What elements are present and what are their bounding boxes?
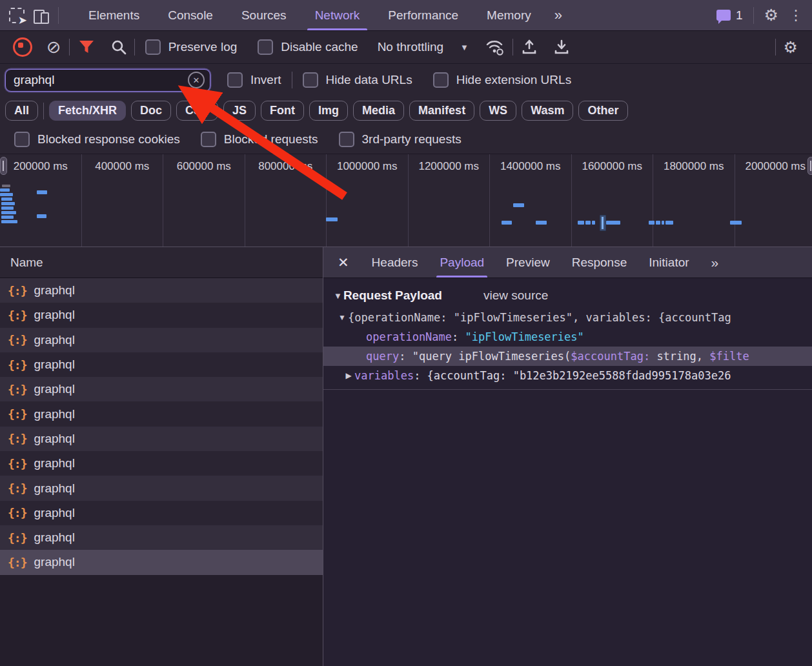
close-details-icon[interactable]: ✕ xyxy=(323,255,361,270)
waterfall-request-mark[interactable] xyxy=(37,214,46,218)
import-har-icon[interactable] xyxy=(521,39,538,56)
search-icon[interactable] xyxy=(111,39,127,55)
more-tabs-button[interactable]: » xyxy=(545,7,573,24)
waterfall-request-mark[interactable] xyxy=(592,221,595,225)
payload-line[interactable]: ▼{operationName: "ipFlowTimeseries", var… xyxy=(323,308,812,327)
request-row[interactable]: {:}graphql xyxy=(0,401,323,426)
checkbox-3rd-party-requests[interactable]: 3rd-party requests xyxy=(339,132,462,147)
waterfall-request-mark[interactable] xyxy=(37,190,47,194)
details-tab-response[interactable]: Response xyxy=(561,247,638,278)
clear-filter-icon[interactable]: ✕ xyxy=(188,72,205,88)
export-har-icon[interactable] xyxy=(553,39,570,56)
checkbox-box[interactable] xyxy=(303,72,318,88)
payload-line[interactable]: ▶variables: {accountTag: "b12e3b2192ee55… xyxy=(323,366,812,385)
tab-memory[interactable]: Memory xyxy=(472,0,545,30)
kebab-menu-icon[interactable]: ⋮ xyxy=(789,8,803,23)
waterfall-request-mark[interactable] xyxy=(1,220,17,223)
record-network-log-button[interactable] xyxy=(13,37,32,57)
checkbox-box[interactable] xyxy=(258,39,273,55)
request-row[interactable]: {:}graphql xyxy=(0,377,323,401)
waterfall-request-mark[interactable] xyxy=(1,197,12,201)
request-row[interactable]: {:}graphql xyxy=(0,476,323,500)
checkbox-blocked-response-cookies[interactable]: Blocked response cookies xyxy=(14,132,180,147)
invert-checkbox[interactable]: Invert xyxy=(227,72,281,88)
details-more-tabs-button[interactable]: » xyxy=(700,247,731,278)
hide-extension-urls-checkbox[interactable]: Hide extension URLs xyxy=(433,72,571,88)
request-row[interactable]: {:}graphql xyxy=(0,352,323,377)
chip-all[interactable]: All xyxy=(5,101,38,121)
settings-gear-icon[interactable]: ⚙ xyxy=(764,7,778,23)
hide-data-urls-checkbox[interactable]: Hide data URLs xyxy=(303,72,412,88)
details-tab-preview[interactable]: Preview xyxy=(495,247,561,278)
chip-ws[interactable]: WS xyxy=(480,101,516,121)
waterfall-request-mark[interactable] xyxy=(0,193,13,196)
disable-cache-checkbox[interactable]: Disable cache xyxy=(258,39,358,55)
waterfall-request-mark[interactable] xyxy=(1,216,14,219)
overview-left-handle[interactable] xyxy=(0,157,7,175)
chip-other[interactable]: Other xyxy=(578,101,627,121)
network-settings-gear-icon[interactable]: ⚙ xyxy=(784,39,798,56)
request-row[interactable]: {:}graphql xyxy=(0,451,323,476)
tab-elements[interactable]: Elements xyxy=(74,0,154,30)
waterfall-request-mark[interactable] xyxy=(502,221,512,225)
clear-network-log-icon[interactable]: ⊘ xyxy=(46,39,61,56)
checkbox-blocked-requests[interactable]: Blocked requests xyxy=(201,132,318,147)
checkbox-box[interactable] xyxy=(339,132,354,147)
request-row[interactable]: {:}graphql xyxy=(0,278,323,303)
waterfall-request-mark[interactable] xyxy=(0,188,10,192)
checkbox-box[interactable] xyxy=(201,132,216,147)
expand-icon[interactable]: ▶ xyxy=(343,366,354,385)
chip-css[interactable]: CSS xyxy=(176,101,218,121)
network-conditions-icon[interactable] xyxy=(485,39,505,56)
details-tab-headers[interactable]: Headers xyxy=(361,247,429,278)
waterfall-request-mark[interactable] xyxy=(606,221,620,225)
tab-performance[interactable]: Performance xyxy=(374,0,472,30)
request-row[interactable]: {:}graphql xyxy=(0,525,323,550)
waterfall-request-mark[interactable] xyxy=(578,221,584,225)
chip-manifest[interactable]: Manifest xyxy=(409,101,474,121)
throttling-dropdown[interactable]: No throttling ▼ xyxy=(378,40,469,54)
waterfall-request-mark[interactable] xyxy=(2,185,10,187)
view-source-link[interactable]: view source xyxy=(483,288,548,303)
request-row[interactable]: {:}graphql xyxy=(0,427,323,451)
section-collapse-icon[interactable]: ▼ xyxy=(334,291,342,301)
details-tab-initiator[interactable]: Initiator xyxy=(638,247,700,278)
details-tab-payload[interactable]: Payload xyxy=(429,247,495,278)
chip-font[interactable]: Font xyxy=(261,101,304,121)
waterfall-selected-indicator[interactable] xyxy=(600,215,606,231)
payload-line[interactable]: operationName: "ipFlowTimeseries" xyxy=(323,327,812,347)
checkbox-box[interactable] xyxy=(145,39,161,55)
collapse-icon[interactable]: ▼ xyxy=(336,308,348,327)
inspect-element-icon[interactable]: ➤ xyxy=(9,8,25,23)
waterfall-request-mark[interactable] xyxy=(326,217,338,221)
preserve-log-checkbox[interactable]: Preserve log xyxy=(145,39,238,55)
request-row[interactable]: {:}graphql xyxy=(0,501,323,525)
waterfall-request-mark[interactable] xyxy=(730,221,742,225)
chip-wasm[interactable]: Wasm xyxy=(522,101,573,121)
chip-media[interactable]: Media xyxy=(353,101,404,121)
network-overview-timeline[interactable]: 200000 ms400000 ms600000 ms800000 ms1000… xyxy=(0,154,812,247)
waterfall-request-mark[interactable] xyxy=(665,221,673,225)
request-row[interactable]: {:}graphql xyxy=(0,328,323,352)
waterfall-request-mark[interactable] xyxy=(656,221,660,225)
tab-network[interactable]: Network xyxy=(301,0,374,30)
filter-funnel-icon[interactable] xyxy=(79,40,94,54)
checkbox-box[interactable] xyxy=(227,72,243,88)
tab-console[interactable]: Console xyxy=(154,0,227,30)
checkbox-box[interactable] xyxy=(14,132,30,147)
waterfall-request-mark[interactable] xyxy=(1,207,14,210)
console-drawer-messages[interactable]: 1 xyxy=(716,8,743,23)
chip-fetch-xhr[interactable]: Fetch/XHR xyxy=(49,101,126,121)
chip-img[interactable]: Img xyxy=(309,101,348,121)
waterfall-request-mark[interactable] xyxy=(662,221,664,225)
filter-input[interactable] xyxy=(14,73,188,87)
request-row[interactable]: {:}graphql xyxy=(0,303,323,327)
request-row[interactable]: {:}graphql xyxy=(0,550,323,574)
overview-right-handle[interactable] xyxy=(807,157,812,175)
chip-js[interactable]: JS xyxy=(223,101,256,121)
waterfall-request-mark[interactable] xyxy=(1,211,16,214)
payload-line[interactable]: query: "query ipFlowTimeseries($accountT… xyxy=(323,347,812,366)
waterfall-request-mark[interactable] xyxy=(1,202,15,205)
waterfall-request-mark[interactable] xyxy=(585,221,591,225)
waterfall-request-mark[interactable] xyxy=(513,203,524,207)
